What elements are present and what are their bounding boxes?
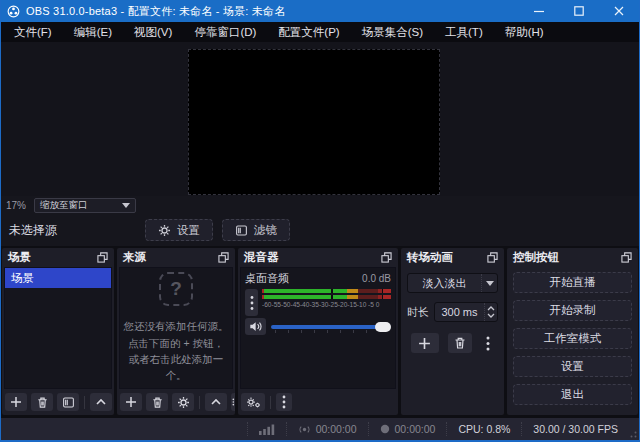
mixer-title: 混音器 xyxy=(244,250,279,265)
menu-scene-collection[interactable]: 场景集合(S) xyxy=(351,22,434,42)
menu-tools[interactable]: 工具(T) xyxy=(434,22,494,42)
scenes-toolbar xyxy=(2,389,114,415)
minimize-button[interactable] xyxy=(519,0,559,22)
channel-menu-button[interactable] xyxy=(245,289,258,316)
source-filters-button[interactable]: 滤镜 xyxy=(222,219,290,241)
remove-scene-button[interactable] xyxy=(31,393,53,411)
settings-button[interactable]: 设置 xyxy=(513,356,632,377)
start-streaming-button[interactable]: 开始直播 xyxy=(513,272,632,293)
obs-window: OBS 31.0.0-beta3 - 配置文件: 未命名 - 场景: 未命名 文… xyxy=(0,0,640,442)
source-properties-gear-button[interactable] xyxy=(172,393,194,411)
mixer-channel-row: 桌面音频 0.0 dB xyxy=(245,271,391,286)
dock-area: 场景 场景 xyxy=(1,246,639,417)
stream-time-value: 00:00:00 xyxy=(316,423,357,435)
menu-docks[interactable]: 停靠窗口(D) xyxy=(183,22,267,42)
float-dock-icon[interactable] xyxy=(487,252,498,263)
volume-meter: -60-55-50-45-40-35-30-25-20-15-10 -5 0 xyxy=(262,289,391,316)
menu-profile[interactable]: 配置文件(P) xyxy=(267,22,350,42)
connection-quality xyxy=(247,422,286,436)
source-properties-button[interactable]: 设置 xyxy=(145,219,213,241)
chevron-down-icon xyxy=(481,274,497,292)
empty-line-3: 或者右击此处添加一个。 xyxy=(120,351,232,384)
sources-list[interactable]: ? 您还没有添加任何源。 点击下面的 + 按钮， 或者右击此处添加一个。 xyxy=(119,267,233,389)
volume-slider-ticks xyxy=(275,330,373,333)
mixer-panel-header: 混音器 xyxy=(238,248,398,267)
float-dock-icon[interactable] xyxy=(97,252,108,263)
meter-bar-right xyxy=(262,295,391,299)
zoom-percent: 17% xyxy=(6,200,26,211)
menu-edit[interactable]: 编辑(E) xyxy=(63,22,123,42)
transitions-panel-header: 转场动画 xyxy=(401,248,504,267)
advanced-audio-button[interactable] xyxy=(241,393,265,411)
zoom-mode-dropdown[interactable]: 缩放至窗口 xyxy=(34,198,136,213)
add-scene-button[interactable] xyxy=(5,393,27,411)
resize-grip[interactable] xyxy=(630,431,637,438)
menu-bar: 文件(F) 编辑(E) 视图(V) 停靠窗口(D) 配置文件(P) 场景集合(S… xyxy=(1,22,639,42)
float-dock-icon[interactable] xyxy=(381,252,392,263)
status-bar: 00:00:00 00:00:00 CPU: 0.8% 30.00 / 30.0… xyxy=(1,417,639,440)
empty-line-1: 您还没有添加任何源。 xyxy=(120,318,232,334)
volume-slider[interactable] xyxy=(271,321,391,333)
duration-label: 时长 xyxy=(407,305,429,320)
controls-panel-header: 控制按钮 xyxy=(507,248,638,267)
preview-zoom-row: 17% 缩放至窗口 xyxy=(1,196,639,214)
move-scene-up-button[interactable] xyxy=(90,393,112,411)
transition-properties-button[interactable] xyxy=(481,333,495,353)
sources-panel: 来源 ? 您还没有添加任何源。 点击下面的 + 按钮， 或者右击此处添加一个。 xyxy=(117,248,235,415)
transition-duration-row: 时长 300 ms xyxy=(407,302,498,322)
scene-filters-button[interactable] xyxy=(57,393,79,411)
close-button[interactable] xyxy=(599,0,639,22)
controls-title: 控制按钮 xyxy=(513,250,559,265)
no-source-label: 未选择源 xyxy=(9,222,57,239)
start-recording-button[interactable]: 开始录制 xyxy=(513,300,632,321)
remove-source-button[interactable] xyxy=(146,393,168,411)
source-more-button[interactable] xyxy=(231,393,235,411)
transitions-title: 转场动画 xyxy=(407,250,453,265)
duration-spinbox[interactable]: 300 ms xyxy=(434,302,498,322)
maximize-button[interactable] xyxy=(559,0,599,22)
transition-buttons-row xyxy=(407,333,498,353)
filter-icon xyxy=(235,224,248,237)
record-dot-icon xyxy=(380,424,390,434)
mixer-empty-space xyxy=(245,335,391,388)
preview-canvas[interactable] xyxy=(188,49,440,195)
controls-panel: 控制按钮 开始直播 开始录制 工作室模式 设置 退出 xyxy=(507,248,638,415)
volume-slider-handle[interactable] xyxy=(375,322,391,332)
remove-transition-button[interactable] xyxy=(448,333,472,353)
record-time-value: 00:00:00 xyxy=(395,423,436,435)
chevron-down-icon xyxy=(487,313,495,318)
chevron-down-icon xyxy=(122,203,130,208)
transition-type-dropdown[interactable]: 淡入淡出 xyxy=(407,273,498,293)
float-dock-icon[interactable] xyxy=(218,252,229,263)
stream-timer: 00:00:00 xyxy=(286,422,368,436)
exit-button[interactable]: 退出 xyxy=(513,384,632,405)
mixer-content: 桌面音频 0.0 dB -60-55-50-45-40-35-3 xyxy=(240,267,396,389)
channel-db-value: 0.0 dB xyxy=(362,273,391,284)
broadcast-icon xyxy=(298,424,311,435)
transitions-panel: 转场动画 淡入淡出 时长 300 ms xyxy=(401,248,504,415)
scene-list-item-selected[interactable]: 场景 xyxy=(5,268,111,288)
add-transition-button[interactable] xyxy=(411,333,439,353)
sources-empty-text: 您还没有添加任何源。 点击下面的 + 按钮， 或者右击此处添加一个。 xyxy=(120,318,232,383)
mute-button[interactable] xyxy=(245,318,266,335)
zoom-mode-label: 缩放至窗口 xyxy=(40,199,88,212)
menu-view[interactable]: 视图(V) xyxy=(123,22,183,42)
studio-mode-button[interactable]: 工作室模式 xyxy=(513,328,632,349)
toolbar-separator xyxy=(199,396,200,409)
menu-file[interactable]: 文件(F) xyxy=(3,22,63,42)
mixer-more-button[interactable] xyxy=(276,393,292,411)
window-title: OBS 31.0.0-beta3 - 配置文件: 未命名 - 场景: 未命名 xyxy=(26,4,285,19)
empty-line-2: 点击下面的 + 按钮， xyxy=(120,335,232,351)
add-source-button[interactable] xyxy=(120,393,142,411)
transition-type-label: 淡入淡出 xyxy=(408,276,481,291)
sources-title: 来源 xyxy=(123,250,146,265)
transitions-content: 淡入淡出 时长 300 ms xyxy=(401,267,504,353)
float-dock-icon[interactable] xyxy=(621,252,632,263)
move-source-up-button[interactable] xyxy=(205,393,227,411)
meter-db-scale: -60-55-50-45-40-35-30-25-20-15-10 -5 0 xyxy=(262,302,368,309)
cpu-usage: CPU: 0.8% xyxy=(446,422,521,436)
sources-panel-header: 来源 xyxy=(117,248,235,267)
duration-value: 300 ms xyxy=(435,303,484,321)
menu-help[interactable]: 帮助(H) xyxy=(494,22,555,42)
spinner-arrows[interactable] xyxy=(484,303,497,321)
